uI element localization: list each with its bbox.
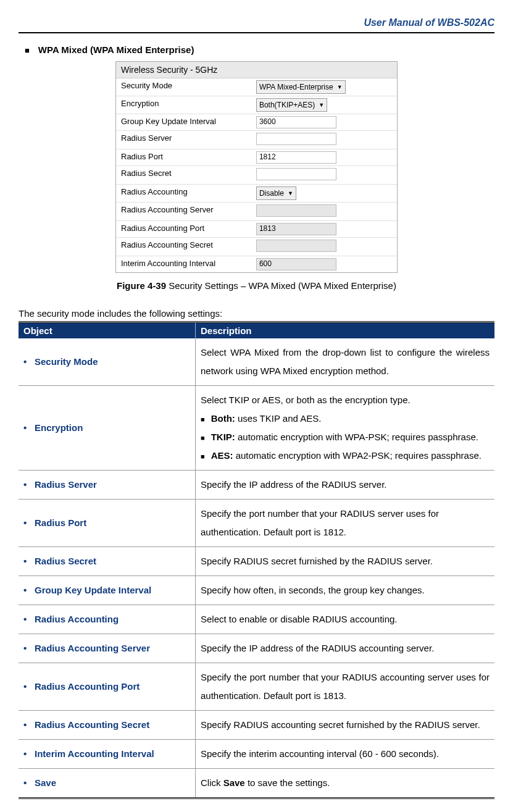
object-cell: •Radius Accounting Secret [19,711,196,740]
object-cell: •Group Key Update Interval [19,576,196,605]
figure-row-label: Radius Accounting Server [116,203,254,220]
select-control[interactable]: Disable▼ [256,186,296,200]
description-cell: Click Save to save the settings. [196,769,495,798]
figure-row-label: Group Key Update Interval [116,114,254,130]
description-cell: Specify the port number that your RADIUS… [196,663,495,711]
figure-row-label: Encryption [116,96,254,114]
figure-row-value [254,203,397,220]
square-icon: ■ [201,416,205,423]
description-cell: Select to enable or disable RADIUS accou… [196,605,495,634]
figure-row-value [254,166,397,184]
table-row: •Interim Accounting IntervalSpecify the … [19,740,494,769]
figure-row-value: 600 [254,256,397,272]
text-input [256,240,336,252]
figure-row-label: Radius Server [116,131,254,149]
figure-row-value: Disable▼ [254,185,397,202]
figure-row: Radius Port1812 [116,149,397,166]
object-cell: •Radius Port [19,500,196,547]
figure-row-value [254,131,397,149]
settings-table: Object Description •Security ModeSelect … [19,321,494,799]
figure-row: Radius Secret [116,166,397,185]
description-cell: Specify RADIUS secret furnished by the R… [196,547,495,576]
select-control[interactable]: Both(TKIP+AES)▼ [256,98,327,112]
description-cell: Select WPA Mixed from the drop-down list… [196,338,495,386]
description-cell: Specify the interim accounting interval … [196,740,495,769]
figure-row: Radius Accounting Server [116,203,397,221]
figure-row-label: Radius Secret [116,166,254,184]
intro-text: The security mode includes the following… [19,308,494,319]
text-input[interactable]: 3600 [256,116,336,128]
figure-caption: Figure 4-39 Security Settings – WPA Mixe… [19,280,494,291]
text-input[interactable] [256,168,336,180]
bullet-icon: • [23,514,35,532]
object-cell: •Radius Accounting [19,605,196,634]
table-row: •Group Key Update IntervalSpecify how of… [19,576,494,605]
figure-row: Radius Accounting Secret [116,238,397,256]
object-cell: •Save [19,769,196,798]
bullet-icon: • [23,353,35,371]
figure-row: Radius Accounting Port1813 [116,221,397,238]
object-cell: •Radius Accounting Port [19,663,196,711]
figure-row: Radius AccountingDisable▼ [116,185,397,203]
table-row: •Radius Accounting SecretSpecify RADIUS … [19,711,494,740]
figure-caption-text: Security Settings – WPA Mixed (WPA Mixed… [166,280,396,291]
bullet-icon: • [23,639,35,658]
table-row: •Radius AccountingSelect to enable or di… [19,605,494,634]
table-row: •Radius Accounting PortSpecify the port … [19,663,494,711]
figure-row: Security ModeWPA Mixed-Enterprise▼ [116,78,397,96]
description-cell: Specify the IP address of the RADIUS ser… [196,471,495,500]
object-cell: •Security Mode [19,338,196,386]
object-cell: •Encryption [19,386,196,471]
table-row: •Radius ServerSpecify the IP address of … [19,471,494,500]
figure-row: Group Key Update Interval3600 [116,114,397,131]
table-row: •EncryptionSelect TKIP or AES, or both a… [19,386,494,471]
table-row: •Radius PortSpecify the port number that… [19,500,494,547]
figure-row-value [254,238,397,256]
description-cell: Specify the port number that your RADIUS… [196,500,495,547]
figure-row: EncryptionBoth(TKIP+AES)▼ [116,96,397,114]
figure-row-value: 1813 [254,221,397,237]
bullet-icon: • [23,610,35,629]
bullet-icon: • [23,552,35,571]
table-row: •Radius Accounting ServerSpecify the IP … [19,634,494,663]
object-cell: •Radius Accounting Server [19,634,196,663]
text-input[interactable]: 1812 [256,151,336,164]
bullet-icon: • [23,475,35,494]
bullet-icon: • [23,774,35,792]
text-input[interactable] [256,133,336,145]
object-cell: •Radius Server [19,471,196,500]
figure-caption-number: Figure 4-39 [117,280,166,291]
square-icon: ■ [201,434,205,442]
object-cell: •Radius Secret [19,547,196,576]
text-input: 1813 [256,223,336,235]
bullet-icon: • [23,581,35,600]
chevron-down-icon: ▼ [319,102,324,108]
bullet-icon: • [23,745,35,763]
text-input: 600 [256,258,336,270]
description-cell: Select TKIP or AES, or both as the encry… [196,386,495,471]
table-row: •SaveClick Save to save the settings. [19,769,494,798]
bullet-icon: • [23,677,35,696]
figure-row-value: WPA Mixed-Enterprise▼ [254,78,397,96]
bullet-icon: • [23,419,35,437]
table-row: •Security ModeSelect WPA Mixed from the … [19,338,494,386]
select-control[interactable]: WPA Mixed-Enterprise▼ [256,80,346,94]
th-description: Description [196,322,495,339]
figure-row-label: Interim Accounting Interval [116,256,254,272]
square-icon: ■ [201,453,205,460]
figure-row-value: 3600 [254,114,397,130]
figure-row: Interim Accounting Interval600 [116,256,397,272]
figure-row-value: 1812 [254,149,397,165]
table-row: •Radius SecretSpecify RADIUS secret furn… [19,547,494,576]
description-cell: Specify the IP address of the RADIUS acc… [196,634,495,663]
description-cell: Specify how often, in seconds, the group… [196,576,495,605]
figure-title: Wireless Security - 5GHz [116,62,397,78]
description-cell: Specify RADIUS accounting secret furnish… [196,711,495,740]
figure-row-label: Radius Accounting Secret [116,238,254,256]
figure-row-label: Radius Accounting [116,185,254,202]
text-input [256,204,336,217]
figure-screenshot: Wireless Security - 5GHz Security ModeWP… [115,61,398,273]
figure-row-value: Both(TKIP+AES)▼ [254,96,397,114]
figure-row-label: Radius Accounting Port [116,221,254,237]
object-cell: •Interim Accounting Interval [19,740,196,769]
